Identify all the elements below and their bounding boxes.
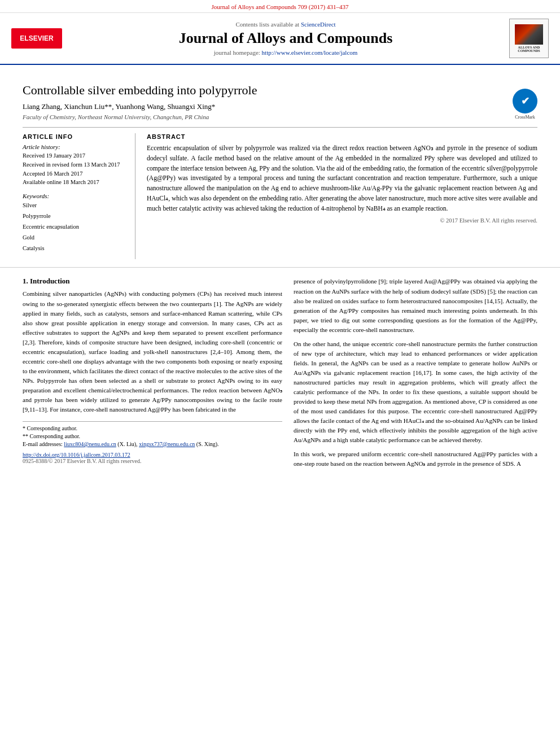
content-area: ✔ CrossMark Controllable silver embeddin… — [0, 65, 560, 259]
introduction-heading: 1. Introduction — [23, 277, 282, 286]
history-label: Article history: — [23, 143, 127, 150]
journal-header: ELSEVIER Contents lists available at Sci… — [0, 13, 560, 65]
body-right-column: presence of polyvinylpyrrolidone [9]; tr… — [294, 277, 537, 473]
crossmark-badge: ✔ — [513, 89, 537, 113]
keyword-silver: Silver — [23, 200, 127, 211]
journal-citation: Journal of Alloys and Compounds 709 (201… — [212, 3, 349, 10]
journal-logo-text: ALLOYS AND COMPOUNDS — [512, 46, 546, 53]
abstract-text: Eccentric encapsulation of silver by pol… — [147, 143, 537, 214]
sciencedirect-line: Contents lists available at ScienceDirec… — [68, 21, 504, 28]
journal-logo-box: ALLOYS AND COMPOUNDS — [509, 19, 549, 58]
abstract-paragraph: Eccentric encapsulation of silver by pol… — [147, 143, 537, 214]
journal-logo-area: ALLOYS AND COMPOUNDS — [504, 19, 549, 58]
intro-paragraph-4: In this work, we prepared uniform eccent… — [294, 449, 537, 469]
doi-link: http://dx.doi.org/10.1016/j.jallcom.2017… — [23, 452, 282, 458]
email-1-link[interactable]: liuxc804@nenu.edu.cn — [64, 441, 116, 447]
authors-line: Liang Zhang, Xianchun Liu**, Yuanhong Wa… — [23, 102, 537, 111]
body-left-column: 1. Introduction Combining silver nanopar… — [23, 277, 282, 473]
footnote-email: E-mail addresses: liuxc804@nenu.edu.cn (… — [23, 441, 282, 447]
copyright-line: © 2017 Elsevier B.V. All rights reserved… — [147, 217, 537, 224]
affiliation-line: Faculty of Chemistry, Northeast Normal U… — [23, 113, 537, 120]
footnote-1: * Corresponding author. — [23, 425, 282, 431]
main-body: 1. Introduction Combining silver nanopar… — [0, 267, 560, 473]
keywords-section: Keywords: Silver Polypyrrole Eccentric e… — [23, 193, 127, 254]
keyword-eccentric: Eccentric encapsulation — [23, 222, 127, 233]
keyword-polypyrrole: Polypyrrole — [23, 211, 127, 222]
keywords-label: Keywords: — [23, 193, 127, 199]
received-revised-date: Received in revised form 13 March 2017 — [23, 160, 127, 169]
journal-header-center: Contents lists available at ScienceDirec… — [68, 21, 504, 56]
article-title: Controllable silver embedding into polyp… — [23, 83, 537, 98]
keywords-list: Silver Polypyrrole Eccentric encapsulati… — [23, 200, 127, 254]
elsevier-logo-area: ELSEVIER — [11, 28, 68, 49]
top-bar: Journal of Alloys and Compounds 709 (201… — [0, 0, 560, 13]
journal-title: Journal of Alloys and Compounds — [68, 30, 504, 47]
sciencedirect-link[interactable]: ScienceDirect — [301, 21, 336, 28]
footnote-2: ** Corresponding author. — [23, 433, 282, 439]
available-date: Available online 18 March 2017 — [23, 178, 127, 187]
email-2-link[interactable]: xingsx737@nenu.edu.cn — [139, 441, 195, 447]
article-info-column: ARTICLE INFO Article history: Received 1… — [23, 133, 135, 259]
journal-homepage-line: journal homepage: http://www.elsevier.co… — [68, 49, 504, 56]
article-columns: ARTICLE INFO Article history: Received 1… — [23, 127, 537, 259]
abstract-label: ABSTRACT — [147, 133, 537, 140]
intro-paragraph-1: Combining silver nanoparticles (AgNPs) w… — [23, 289, 282, 414]
article-info-label: ARTICLE INFO — [23, 133, 127, 140]
abstract-column: ABSTRACT Eccentric encapsulation of silv… — [147, 133, 537, 259]
received-date: Received 19 January 2017 — [23, 151, 127, 160]
intro-paragraph-3: On the other hand, the unique eccentric … — [294, 339, 537, 445]
elsevier-logo: ELSEVIER — [11, 28, 62, 49]
article-history-section: Article history: Received 19 January 201… — [23, 143, 127, 187]
homepage-url[interactable]: http://www.elsevier.com/locate/jalcom — [262, 49, 358, 56]
footnote-area: * Corresponding author. ** Corresponding… — [23, 421, 282, 447]
keyword-catalysis: Catalysis — [23, 243, 127, 254]
keyword-gold: Gold — [23, 233, 127, 243]
issn-line: 0925-8388/© 2017 Elsevier B.V. All right… — [23, 458, 282, 464]
intro-paragraph-2: presence of polyvinylpyrrolidone [9]; tr… — [294, 277, 537, 334]
accepted-date: Accepted 16 March 2017 — [23, 169, 127, 178]
